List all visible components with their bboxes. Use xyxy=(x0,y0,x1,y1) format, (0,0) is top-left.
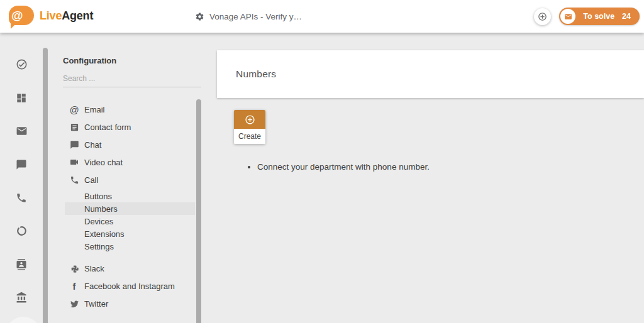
create-button[interactable]: Create xyxy=(234,110,265,144)
facebook-icon: f xyxy=(69,282,79,291)
config-item-label: Chat xyxy=(84,140,101,150)
contact-form-icon xyxy=(69,123,79,132)
video-camera-icon xyxy=(69,157,79,167)
plus-circle-icon xyxy=(245,114,255,125)
page-title: Numbers xyxy=(236,68,276,80)
dashboard-icon xyxy=(16,92,27,104)
page-header-card: Numbers xyxy=(217,50,644,98)
create-button-top xyxy=(234,110,265,129)
icon-rail xyxy=(0,33,43,323)
app-window: @ LiveAgent Vonage APIs - Verify y… To s… xyxy=(0,0,644,323)
add-new-button[interactable] xyxy=(534,8,551,25)
check-circle-icon xyxy=(16,58,28,70)
config-item-label: Call xyxy=(84,175,98,185)
rail-item-dashboard[interactable] xyxy=(0,81,43,114)
bank-icon xyxy=(16,292,28,304)
config-item-label: Email xyxy=(84,105,105,114)
config-item-facebook-instagram[interactable]: f Facebook and Instagram xyxy=(53,277,204,295)
integration-list: Slack f Facebook and Instagram Twitter xyxy=(53,260,204,312)
config-item-label: Twitter xyxy=(84,299,108,309)
envelope-badge xyxy=(560,9,575,24)
envelope-icon xyxy=(564,13,572,21)
config-subitem-devices[interactable]: Devices xyxy=(65,215,195,227)
config-item-contact-form[interactable]: Contact form xyxy=(53,118,204,136)
plus-circle-icon xyxy=(538,11,547,23)
to-solve-button[interactable]: To solve 24 xyxy=(559,8,640,25)
rail-item-chat[interactable] xyxy=(0,148,43,181)
config-item-video-chat[interactable]: Video chat xyxy=(53,153,204,171)
config-subitem-numbers[interactable]: Numbers xyxy=(65,202,195,215)
at-sign-icon: @ xyxy=(69,105,79,114)
config-item-call[interactable]: Call xyxy=(53,171,204,189)
config-subitem-extensions[interactable]: Extensions xyxy=(65,227,195,240)
active-page-tab[interactable]: Vonage APIs - Verify y… xyxy=(195,0,302,33)
phone-icon xyxy=(16,192,27,204)
info-list: Connect your department with phone numbe… xyxy=(247,161,430,173)
twitter-icon xyxy=(69,299,79,309)
liveagent-wordmark: LiveAgent xyxy=(40,10,93,21)
gear-icon xyxy=(195,12,204,21)
to-solve-count: 24 xyxy=(622,12,631,21)
call-subitem-list: Buttons Numbers Devices Extensions Setti… xyxy=(53,190,204,253)
channel-list: @ Email Contact form Chat Video chat Cal… xyxy=(53,101,204,189)
config-subitem-buttons[interactable]: Buttons xyxy=(65,190,195,202)
info-bullet: Connect your department with phone numbe… xyxy=(257,161,430,173)
config-item-email[interactable]: @ Email xyxy=(53,101,204,118)
config-item-slack[interactable]: Slack xyxy=(53,260,204,277)
rail-item-call[interactable] xyxy=(0,181,43,214)
search-input[interactable] xyxy=(63,70,201,87)
contacts-icon xyxy=(16,259,27,270)
create-button-label: Create xyxy=(234,129,265,144)
tab-title: Vonage APIs - Verify y… xyxy=(209,12,302,21)
config-item-label: Facebook and Instagram xyxy=(84,282,175,291)
rail-scrollbar[interactable] xyxy=(43,48,48,323)
topbar-actions: To solve 24 xyxy=(534,0,640,33)
ring-icon xyxy=(16,225,28,237)
rail-item-email[interactable] xyxy=(0,114,43,148)
rail-item-resolve[interactable] xyxy=(0,48,43,81)
phone-icon xyxy=(69,175,79,185)
config-item-twitter[interactable]: Twitter xyxy=(53,295,204,312)
chat-bubble-icon xyxy=(69,140,79,150)
config-subitem-settings[interactable]: Settings xyxy=(65,240,195,253)
config-item-label: Contact form xyxy=(84,123,131,132)
slack-icon xyxy=(69,264,79,273)
to-solve-label: To solve xyxy=(583,12,614,21)
rail-item-departments[interactable] xyxy=(0,281,43,314)
config-sidebar-title: Configuration xyxy=(63,56,116,65)
rail-item-status[interactable] xyxy=(0,214,43,248)
rail-item-contacts[interactable] xyxy=(0,248,43,281)
config-scrollbar[interactable] xyxy=(196,99,201,323)
config-item-chat[interactable]: Chat xyxy=(53,136,204,153)
config-nav: @ Email Contact form Chat Video chat Cal… xyxy=(53,101,204,312)
chat-bubble-icon xyxy=(16,159,27,170)
config-item-label: Video chat xyxy=(84,158,123,167)
envelope-icon xyxy=(16,125,28,137)
liveagent-logo[interactable]: @ LiveAgent xyxy=(9,6,93,25)
top-bar: @ LiveAgent Vonage APIs - Verify y… To s… xyxy=(0,0,644,33)
at-glyph: @ xyxy=(11,9,23,21)
config-item-label: Slack xyxy=(84,264,104,273)
liveagent-bubble-icon: @ xyxy=(9,6,34,25)
